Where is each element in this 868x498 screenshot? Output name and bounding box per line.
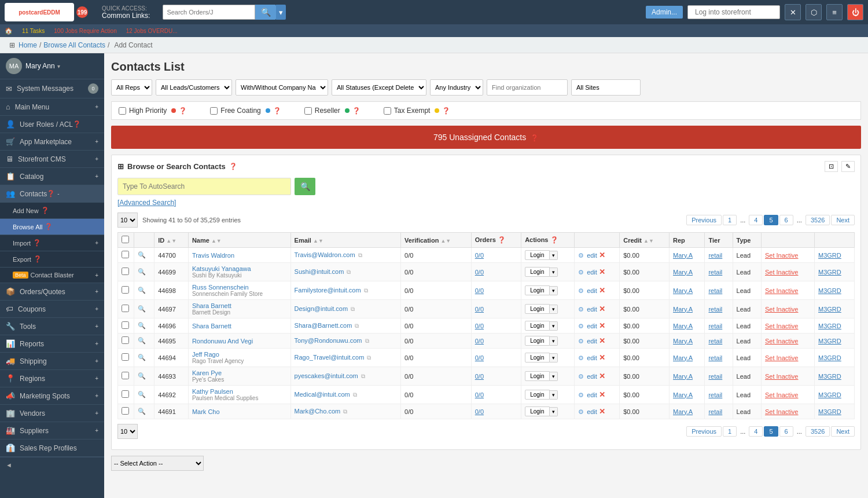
tier-link-9[interactable]: retail — [708, 408, 722, 415]
free-coating-checkbox[interactable] — [210, 107, 218, 115]
login-dropdown-0[interactable]: ▾ — [550, 251, 558, 260]
contact-email-link-8[interactable]: Medical@intuit.com — [295, 391, 350, 398]
credit-sort-icon[interactable]: ▲▼ — [643, 238, 654, 244]
id-sort-icon[interactable]: ▲▼ — [166, 238, 176, 244]
login-dropdown-2[interactable]: ▾ — [550, 286, 558, 295]
row-checkbox-8[interactable] — [122, 390, 129, 398]
th-actions[interactable]: Actions ❓ — [521, 233, 575, 248]
sidebar-item-storefront-cms[interactable]: 🖥 Storefront CMS + — [0, 151, 104, 168]
th-type[interactable]: Type — [733, 233, 761, 248]
edit-gear-icon-3[interactable]: ⚙ — [578, 306, 584, 313]
contact-name-link-5[interactable]: Rondonuwu And Vegi — [192, 338, 253, 345]
sidebar-item-main-menu[interactable]: ⌂ Main Menu + — [0, 98, 104, 116]
prev-page-button-bottom[interactable]: Previous — [686, 426, 722, 437]
login-button-8[interactable]: Login — [525, 390, 549, 400]
m3grd-link-7[interactable]: M3GRD — [818, 373, 841, 380]
th-credit[interactable]: Credit ▲▼ — [620, 233, 670, 248]
export-help-icon[interactable]: ❓ — [34, 255, 42, 263]
import-help-icon[interactable]: ❓ — [33, 239, 41, 247]
page-3526-button[interactable]: 3526 — [806, 215, 830, 225]
login-button-6[interactable]: Login — [525, 353, 549, 362]
row-checkbox-2[interactable] — [122, 286, 129, 294]
settings-button[interactable]: ✎ — [841, 161, 855, 172]
orders-link-8[interactable]: 0/0 — [475, 391, 484, 398]
actions-help-icon[interactable]: ❓ — [550, 236, 558, 243]
row-search-icon-6[interactable]: 🔍 — [138, 354, 146, 361]
edit-gear-icon-9[interactable]: ⚙ — [578, 408, 584, 415]
set-inactive-link-6[interactable]: Set Inactive — [765, 354, 798, 361]
contact-name-link-6[interactable]: Jeff Rago — [192, 351, 219, 358]
set-inactive-link-7[interactable]: Set Inactive — [765, 373, 798, 380]
high-priority-help-icon[interactable]: ❓ — [179, 107, 187, 115]
email-copy-icon-0[interactable]: ⧉ — [358, 252, 362, 258]
external-link-button[interactable]: ⬡ — [806, 4, 822, 20]
login-button-0[interactable]: Login — [525, 250, 549, 260]
login-dropdown-3[interactable]: ▾ — [550, 305, 558, 314]
sidebar-item-app-marketplace[interactable]: 🛒 App Marketplace + — [0, 133, 104, 151]
sidebar-item-browse-all[interactable]: Browse All ❓ — [0, 219, 104, 235]
row-checkbox-0[interactable] — [122, 251, 129, 258]
m3grd-link-9[interactable]: M3GRD — [818, 408, 841, 415]
th-id[interactable]: ID ▲▼ — [155, 233, 189, 248]
login-button-7[interactable]: Login — [525, 371, 549, 381]
email-copy-icon-6[interactable]: ⧉ — [367, 354, 371, 361]
name-sort-icon[interactable]: ▲▼ — [211, 238, 222, 244]
login-button-9[interactable]: Login — [525, 407, 549, 416]
page-4-button[interactable]: 4 — [749, 215, 763, 225]
delete-button-9[interactable]: ✕ — [599, 407, 605, 416]
tier-link-1[interactable]: retail — [708, 269, 722, 276]
sidebar-item-catalog[interactable]: 📋 Catalog + — [0, 168, 104, 185]
rep-link-9[interactable]: Mary.A — [673, 408, 693, 415]
contact-email-link-2[interactable]: Familystore@intuit.com — [295, 287, 361, 294]
edit-link-3[interactable]: edit — [587, 306, 597, 313]
row-search-icon-2[interactable]: 🔍 — [138, 287, 146, 294]
delete-button-0[interactable]: ✕ — [599, 251, 605, 259]
set-inactive-link-4[interactable]: Set Inactive — [765, 323, 798, 329]
tier-link-6[interactable]: retail — [708, 354, 722, 361]
email-copy-icon-8[interactable]: ⧉ — [353, 391, 357, 398]
th-tier[interactable]: Tier — [705, 233, 733, 248]
contact-email-link-4[interactable]: Shara@Barnett.com — [295, 322, 352, 329]
edit-link-9[interactable]: edit — [587, 408, 597, 415]
edit-link-8[interactable]: edit — [587, 391, 597, 398]
overdue-notification[interactable]: 12 Jobs OVERDU... — [126, 28, 178, 34]
edit-gear-icon-0[interactable]: ⚙ — [578, 252, 584, 259]
set-inactive-link-9[interactable]: Set Inactive — [765, 408, 798, 415]
sites-input[interactable] — [571, 79, 641, 96]
m3grd-link-4[interactable]: M3GRD — [818, 323, 841, 329]
row-search-icon-4[interactable]: 🔍 — [138, 322, 146, 329]
edit-gear-icon-2[interactable]: ⚙ — [578, 287, 584, 294]
rep-link-0[interactable]: Mary.A — [673, 252, 693, 259]
breadcrumb-browse[interactable]: Browse All Contacts — [43, 41, 105, 49]
row-checkbox-7[interactable] — [122, 372, 129, 379]
login-dropdown-1[interactable]: ▾ — [550, 268, 558, 277]
sidebar-item-suppliers[interactable]: 🏭 Suppliers + — [0, 422, 104, 440]
reps-filter[interactable]: All Reps — [111, 79, 152, 96]
tier-link-4[interactable]: retail — [708, 323, 722, 329]
m3grd-link-5[interactable]: M3GRD — [818, 338, 841, 345]
tier-link-7[interactable]: retail — [708, 373, 722, 380]
industry-filter[interactable]: Any Industry — [430, 79, 483, 96]
bulk-action-select[interactable]: -- Select Action -- — [111, 456, 204, 471]
next-page-button-bottom[interactable]: Next — [831, 426, 855, 437]
orders-link-6[interactable]: 0/0 — [475, 354, 484, 361]
orders-link-1[interactable]: 0/0 — [475, 269, 484, 276]
email-copy-icon-7[interactable]: ⧉ — [361, 373, 365, 379]
row-checkbox-3[interactable] — [122, 305, 129, 312]
page-6-button-bottom[interactable]: 6 — [779, 426, 793, 437]
contact-search-input[interactable] — [117, 178, 291, 195]
leads-filter[interactable]: All Leads/Customers — [156, 79, 232, 96]
advanced-search-link[interactable]: [Advanced Search] — [117, 199, 176, 207]
row-checkbox-6[interactable] — [122, 353, 129, 361]
sidebar-item-sales-rep[interactable]: 👔 Sales Rep Profiles — [0, 440, 104, 457]
edit-link-4[interactable]: edit — [587, 323, 597, 329]
edit-link-0[interactable]: edit — [587, 252, 597, 259]
next-page-button[interactable]: Next — [831, 215, 855, 225]
expand-button[interactable]: ⊡ — [825, 161, 838, 172]
edit-gear-icon-4[interactable]: ⚙ — [578, 323, 584, 329]
login-button-4[interactable]: Login — [525, 321, 549, 331]
prev-page-button[interactable]: Previous — [686, 215, 722, 225]
login-button-2[interactable]: Login — [525, 285, 549, 295]
user-roles-help-icon[interactable]: ❓ — [73, 120, 81, 128]
page-5-button[interactable]: 5 — [764, 215, 778, 225]
